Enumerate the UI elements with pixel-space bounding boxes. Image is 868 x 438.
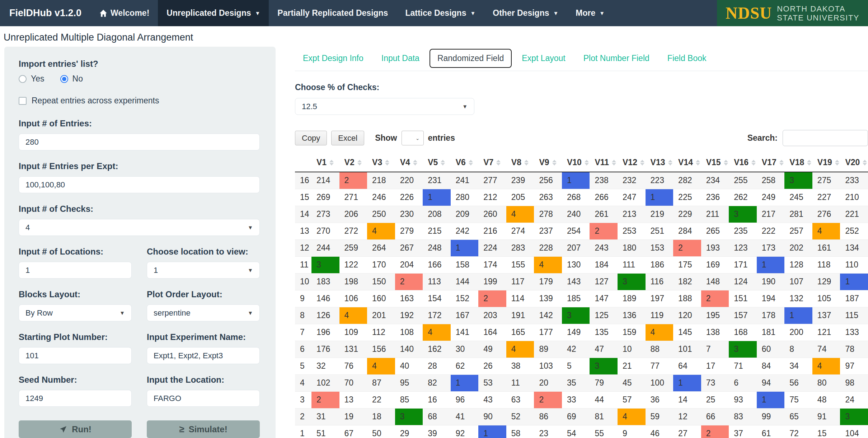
tab-field-book[interactable]: Field Book [660,49,714,68]
entry-plot-cell: 263 [534,189,562,206]
entries-input[interactable]: 280 [19,134,260,150]
row-number-cell: 13 [295,223,311,239]
chevron-down-icon: ▼ [248,224,253,230]
column-header-V11[interactable]: V11 [590,155,618,172]
entry-plot-cell: 175 [673,256,701,273]
radio-yes[interactable]: Yes [19,74,44,84]
entries-per-expt-input[interactable]: 100,100,80 [19,176,260,193]
column-header-V1[interactable]: V1 [311,155,339,172]
column-header-V19[interactable]: V19 [812,155,840,172]
table-row: 1427320625023020820926042782402612132192… [295,206,868,223]
entry-plot-cell: 120 [673,307,701,324]
entry-plot-cell: 214 [311,172,339,189]
column-header-V8[interactable]: V8 [506,155,534,172]
simulate-button[interactable]: ≥ Simulate! [147,420,260,438]
column-label: V6 [456,158,466,167]
run-button[interactable]: Run! [19,420,132,438]
entry-plot-cell: 24 [840,391,868,408]
column-header-V18[interactable]: V18 [784,155,812,172]
plot-order-select[interactable]: serpentine ▼ [147,304,260,321]
tab-expt-design-info[interactable]: Expt Design Info [295,49,371,68]
entry-plot-cell: 11 [506,374,534,391]
entry-plot-cell: 174 [478,256,506,273]
entry-plot-cell: 111 [618,256,646,273]
entry-plot-cell: 9 [618,425,646,438]
column-header-V20[interactable]: V20 [840,155,868,172]
repeat-entries-checkbox[interactable]: Repeat entries across experiments [19,96,260,106]
excel-button[interactable]: Excel [331,131,364,145]
checks-percent-select[interactable]: 12.5 ▼ [295,98,474,115]
entry-plot-cell: 200 [784,324,812,341]
location-view-select[interactable]: 1 ▼ [147,262,260,279]
entry-plot-cell: 275 [812,172,840,189]
entry-plot-cell: 201 [367,307,395,324]
entry-plot-cell: 144 [451,273,479,290]
entry-plot-cell: 49 [478,341,506,358]
nav-item-welcome[interactable]: Welcome! [91,0,158,26]
column-header-V5[interactable]: V5 [423,155,451,172]
column-header-V12[interactable]: V12 [618,155,646,172]
column-header-V17[interactable]: V17 [757,155,785,172]
greater-equal-icon: ≥ [179,424,184,435]
column-header-V7[interactable]: V7 [478,155,506,172]
entry-plot-cell: 68 [423,408,451,425]
entry-plot-cell: 189 [618,290,646,307]
sort-icon [668,160,672,166]
entry-plot-cell: 98 [840,374,868,391]
chevron-down-icon: ▼ [248,310,253,316]
column-header-V9[interactable]: V9 [534,155,562,172]
seed-input[interactable]: 1249 [19,390,132,407]
column-header-V15[interactable]: V15 [701,155,729,172]
entry-plot-cell: 95 [395,374,423,391]
column-header-V16[interactable]: V16 [729,155,757,172]
locations-input[interactable]: 1 [19,262,132,279]
radio-no[interactable]: No [60,74,83,84]
entry-plot-cell: 129 [812,273,840,290]
search-input[interactable] [783,130,868,146]
tab-randomized-field[interactable]: Randomized Field [430,49,512,68]
column-header-V14[interactable]: V14 [673,155,701,172]
entry-plot-cell: 73 [701,374,729,391]
column-header-V10[interactable]: V10 [562,155,590,172]
column-header-V13[interactable]: V13 [646,155,674,172]
entry-plot-cell: 18 [367,408,395,425]
entry-plot-cell: 79 [590,374,618,391]
nav-item-unreplicated-designs[interactable]: Unreplicated Designs ▼ [158,0,269,26]
column-header-V4[interactable]: V4 [395,155,423,172]
entry-plot-cell: 62 [451,358,479,374]
check-plot-cell: 2 [311,391,339,408]
check-plot-cell: 4 [367,223,395,239]
column-header-V3[interactable]: V3 [367,155,395,172]
entry-plot-cell: 134 [840,239,868,256]
entry-plot-cell: 267 [395,239,423,256]
nav-item-other-designs[interactable]: Other Designs ▼ [484,0,567,26]
entry-plot-cell: 77 [646,358,674,374]
column-header-V2[interactable]: V2 [339,155,367,172]
tab-input-data[interactable]: Input Data [374,49,427,68]
blocks-layout-select[interactable]: By Row ▼ [19,304,132,321]
starting-plot-input[interactable]: 101 [19,347,132,364]
entry-plot-cell: 271 [339,189,367,206]
nav-item-more[interactable]: More ▼ [567,0,613,26]
nav-item-partially-replicated-designs[interactable]: Partially Replicated Designs [269,0,397,26]
entry-plot-cell: 240 [562,206,590,223]
entry-plot-cell: 71 [729,358,757,374]
entry-plot-cell: 256 [534,172,562,189]
column-header-V6[interactable]: V6 [451,155,479,172]
table-row: 1526927124622612802122052632682662471225… [295,189,868,206]
entry-plot-cell: 67 [339,425,367,438]
chevron-down-icon: ▼ [599,10,605,16]
location-input[interactable]: FARGO [147,390,260,407]
check-plot-cell: 1 [451,374,479,391]
copy-button[interactable]: Copy [295,131,327,145]
nav-item-lattice-designs[interactable]: Lattice Designs ▼ [397,0,484,26]
checks-select[interactable]: 4 ▼ [19,219,260,236]
entry-plot-cell: 281 [784,206,812,223]
check-plot-cell: 2 [534,391,562,408]
expt-name-input[interactable]: Expt1, Expt2, Expt3 [147,347,260,364]
entry-plot-cell: 153 [646,239,674,256]
page-length-select[interactable]: ⌄ [402,131,424,145]
tab-plot-number-field[interactable]: Plot Number Field [576,49,657,68]
entry-plot-cell: 261 [590,206,618,223]
tab-expt-layout[interactable]: Expt Layout [514,49,573,68]
